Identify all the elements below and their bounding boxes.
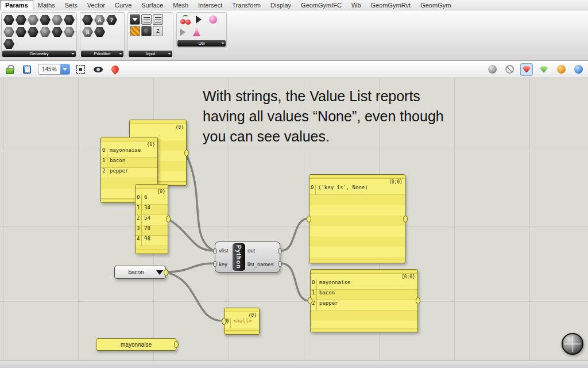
- item-picker-icon[interactable]: [153, 14, 163, 25]
- tab-intersect[interactable]: Intersect: [194, 0, 227, 10]
- tab-sets[interactable]: Sets: [60, 0, 83, 10]
- tab-surface[interactable]: Surface: [137, 0, 168, 10]
- geometry-param-icon[interactable]: [40, 14, 51, 25]
- panel-grip[interactable]: [225, 308, 259, 312]
- gradient-icon[interactable]: [130, 26, 140, 36]
- geometry-param-icon[interactable]: [40, 26, 51, 37]
- geometry-param-icon[interactable]: [64, 14, 75, 25]
- input-connector[interactable]: [308, 297, 312, 304]
- panel-grip[interactable]: [225, 330, 259, 334]
- panel-out[interactable]: {0;0} 0('key is', None): [309, 174, 405, 263]
- boolean-toggle-icon[interactable]: [141, 14, 152, 25]
- z-dial-icon[interactable]: Z: [153, 26, 163, 36]
- geometry-param-icon[interactable]: [28, 26, 38, 37]
- zoom-select[interactable]: 145%: [38, 64, 70, 75]
- wireframe-preview-button[interactable]: [520, 63, 533, 76]
- geometry-param-icon[interactable]: [3, 39, 14, 49]
- tab-geomgymrvt[interactable]: GeomGymRvt: [366, 0, 416, 10]
- data-ball-icon[interactable]: [209, 16, 217, 24]
- output-connector[interactable]: [416, 297, 420, 304]
- panel-grip[interactable]: [310, 259, 405, 263]
- value-list-icon[interactable]: [130, 14, 140, 25]
- panel-grip[interactable]: [136, 185, 168, 189]
- blue-display-button[interactable]: [572, 63, 585, 76]
- sketch-button[interactable]: [109, 63, 122, 76]
- output-list-names[interactable]: list_names: [247, 261, 273, 267]
- tab-transform[interactable]: Transform: [227, 0, 266, 10]
- output-connector[interactable]: [174, 341, 179, 348]
- input-connector[interactable]: [213, 261, 217, 267]
- zoom-dropdown-icon[interactable]: [60, 64, 69, 75]
- tab-wb[interactable]: Wb: [347, 0, 366, 10]
- save-button[interactable]: [21, 63, 33, 76]
- shaded-preview-button[interactable]: [537, 63, 550, 76]
- python-core[interactable]: Python: [233, 243, 245, 271]
- input-group-label[interactable]: Input: [129, 51, 172, 57]
- panel-mayonnaise[interactable]: mayonnaise: [96, 338, 176, 351]
- output-out[interactable]: out: [247, 247, 255, 254]
- panel-row: 06: [136, 194, 168, 205]
- input-connector[interactable]: [222, 318, 226, 325]
- geometry-param-icon[interactable]: [28, 14, 38, 25]
- output-connector[interactable]: [278, 248, 282, 254]
- output-connector[interactable]: [166, 216, 171, 223]
- output-connector[interactable]: [184, 150, 189, 156]
- zoom-extents-button[interactable]: [75, 63, 87, 76]
- canvas-navigation-ball[interactable]: [562, 333, 583, 355]
- preview-off-button[interactable]: [486, 63, 498, 76]
- preview-button[interactable]: [92, 63, 105, 76]
- panel-null[interactable]: {0} 0<null>: [224, 308, 260, 335]
- tab-geomgymifc[interactable]: GeomGymIFC: [296, 0, 347, 10]
- primitive-number-icon[interactable]: II: [82, 26, 93, 37]
- python-component[interactable]: vlist key Python out list_names: [215, 241, 280, 273]
- input-connector[interactable]: [213, 248, 217, 254]
- input-key[interactable]: key: [219, 261, 227, 267]
- value-list-component[interactable]: bacon: [114, 266, 166, 279]
- primitive-boolean-icon[interactable]: [82, 14, 93, 25]
- panel-grip[interactable]: [130, 120, 186, 124]
- panel-grip[interactable]: [310, 175, 405, 179]
- primitive-data-icon[interactable]: [94, 26, 105, 37]
- primitive-group-label[interactable]: Primitive: [81, 51, 123, 57]
- geometry-param-icon[interactable]: [16, 26, 26, 37]
- lock-button[interactable]: [3, 63, 16, 76]
- tab-geomgym[interactable]: GeomGym: [416, 0, 456, 10]
- tab-curve[interactable]: Curve: [110, 0, 137, 10]
- tab-maths[interactable]: Maths: [33, 0, 60, 10]
- dropdown-arrow-icon[interactable]: [156, 270, 163, 278]
- geometry-param-icon[interactable]: [3, 26, 14, 37]
- util-group-label[interactable]: Util: [177, 40, 226, 47]
- geometry-param-icon[interactable]: [16, 14, 26, 25]
- panel-numbers[interactable]: {0} 06 134 254 378 498: [135, 184, 168, 254]
- cherry-picker-icon[interactable]: [179, 14, 194, 26]
- geometry-param-icon[interactable]: [52, 14, 63, 25]
- panel-list-names[interactable]: {0;0} 0mayonnaise 1bacon 2pepper: [310, 269, 418, 332]
- flask-icon[interactable]: [193, 28, 200, 36]
- output-connector[interactable]: [164, 269, 168, 276]
- tab-display[interactable]: Display: [266, 0, 296, 10]
- geometry-param-icon[interactable]: [52, 26, 63, 37]
- relay-arrow-icon[interactable]: [196, 16, 206, 24]
- tab-vector[interactable]: Vector: [83, 0, 110, 10]
- primitive-integer-icon[interactable]: 7: [106, 14, 117, 25]
- panel-grip[interactable]: [311, 328, 417, 332]
- input-connector[interactable]: [307, 216, 311, 223]
- geometry-param-icon[interactable]: [64, 26, 75, 37]
- primitive-text-icon[interactable]: A: [94, 14, 105, 25]
- export-arrow-icon[interactable]: [180, 28, 189, 36]
- panel-grip[interactable]: [136, 250, 168, 254]
- output-connector[interactable]: [403, 216, 408, 223]
- geometry-param-icon[interactable]: [3, 14, 14, 25]
- knob-icon[interactable]: [141, 26, 152, 36]
- grasshopper-canvas[interactable]: With strings, the Value List reports hav…: [0, 78, 588, 361]
- geometry-group-label[interactable]: Geometry: [2, 51, 76, 57]
- orange-ball-icon: [557, 65, 566, 74]
- input-vlist[interactable]: vlist: [219, 247, 228, 254]
- panel-grip[interactable]: [101, 137, 157, 141]
- no-preview-button[interactable]: [503, 63, 516, 76]
- output-connector[interactable]: [278, 261, 282, 267]
- tab-params[interactable]: Params: [0, 0, 33, 10]
- tab-mesh[interactable]: Mesh: [168, 0, 194, 10]
- panel-grip[interactable]: [311, 270, 417, 274]
- orange-display-button[interactable]: [555, 63, 567, 76]
